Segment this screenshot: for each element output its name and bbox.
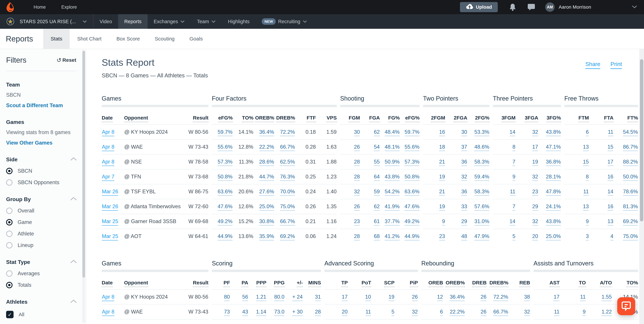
scout-different-team-link[interactable]: Scout a Different Team [6,102,76,108]
tab-shot-chart[interactable]: Shot Chart [70,29,109,49]
stat-link[interactable]: 62.5% [280,159,295,166]
column-header-ast[interactable]: AST [534,276,560,290]
stat-link[interactable]: 80 [224,294,230,301]
athletes-collapse-chevron-up-icon[interactable] [70,300,77,303]
stat-link[interactable]: 32 [532,129,538,136]
stat-link[interactable]: 78.6% [623,189,638,196]
stat-link[interactable]: 5 [392,309,394,316]
column-header-oreb[interactable]: OREB [421,276,443,290]
stat-link[interactable]: 54.5% [623,129,638,136]
stat-link[interactable]: 16 [439,129,445,136]
stat-link[interactable]: 19 [388,294,394,301]
stat-link[interactable]: 88.2% [623,159,638,166]
stat-link[interactable]: 23 [439,233,445,241]
stat-link[interactable]: 50.0% [623,174,638,181]
stat-link[interactable]: 36.4% [259,129,274,136]
nav-item-reports[interactable]: Reports [118,14,148,29]
sidebar-scrollbar[interactable] [82,50,85,323]
stat-link[interactable]: 8 [512,144,515,151]
stat-link[interactable]: 3 [586,233,589,241]
stat-link[interactable]: 43.8% [546,129,561,136]
stat-link[interactable]: 1.55 [602,294,612,301]
stat-link[interactable]: 24.1% [546,204,561,211]
stat-link[interactable]: 72.2% [280,129,295,136]
stat-link[interactable]: 37.7% [385,218,400,226]
nav-item-video[interactable]: Video [94,14,118,29]
column-header-result[interactable]: Result [180,276,208,290]
stat-link[interactable]: 1.14 [256,309,266,316]
stat-link[interactable]: + 24 [292,294,302,301]
stat-link[interactable]: 20 [532,233,538,241]
view-other-games-link[interactable]: View Other Games [6,140,76,146]
support-chat-button[interactable] [617,297,635,315]
stat-link[interactable]: 15 [608,144,613,151]
stat-link[interactable]: 9 [586,218,589,226]
stat-link[interactable]: 13 [583,144,589,151]
nav-item-recruiting[interactable]: NEWRecruiting [256,14,313,29]
column-header-pa[interactable]: PA [230,276,248,290]
stat-link[interactable]: 29 [532,204,538,211]
stat-link[interactable]: 54.2% [385,189,400,196]
stat-link[interactable]: 66.7% [280,218,295,226]
tab-goals[interactable]: Goals [182,29,210,49]
stat-link[interactable]: 49.2% [404,218,420,226]
nav-item-highlights[interactable]: Highlights [222,14,256,29]
column-header-2fg[interactable]: 2FG% [467,110,490,125]
column-header-fga[interactable]: FGA [360,110,380,125]
stat-link[interactable]: 23 [532,189,538,196]
stat-link[interactable]: 62 [374,129,380,136]
column-header-vps[interactable]: VPS [316,110,337,125]
stat-link[interactable]: 22.2% [259,144,274,151]
stat-link[interactable]: 5 [512,233,515,241]
stat-link[interactable]: 1.21 [256,294,266,301]
column-header-oreb[interactable]: OREB% [443,276,465,290]
stat-link[interactable]: 26 [354,204,360,211]
hudl-logo-icon[interactable] [5,2,15,12]
column-header-date[interactable]: Date [102,276,124,290]
stat-link[interactable]: 6 [440,309,443,316]
column-header-ftm[interactable]: FTM [564,110,589,125]
stat-link[interactable]: 29 [461,218,467,226]
stat-link[interactable]: 57.6% [474,204,489,211]
stat-link[interactable]: 19 [532,159,538,166]
date-link[interactable]: Mar 25 [102,233,118,241]
stat-link[interactable]: 6 [586,129,589,136]
stat-link[interactable]: 11 [554,309,560,316]
stat-link[interactable]: 47.1% [546,144,561,151]
stat-link[interactable]: 43 [242,309,248,316]
stat-link[interactable]: 66.7% [493,309,508,316]
stat-link[interactable]: 59.7% [404,129,420,136]
stat-link[interactable]: 55.6% [404,144,420,151]
stat-link[interactable]: 18 [439,144,445,151]
stat-link[interactable]: 43.8% [546,218,561,226]
stat-link[interactable]: 10 [365,294,371,301]
stat-link[interactable]: 11 [510,189,515,196]
date-link[interactable]: Mar 25 [102,218,118,226]
stat-link[interactable]: 12 [437,294,443,301]
stat-link[interactable]: 69.2% [280,233,295,241]
stat-link[interactable]: 75.0% [280,204,295,211]
stat-link[interactable]: 28 [354,233,360,241]
stat-link[interactable]: 32 [461,174,467,181]
stat-link[interactable]: 17 [608,159,613,166]
stat-link[interactable]: 75.0% [623,233,638,241]
sidebar-scrollbar-thumb[interactable] [82,51,85,278]
column-header-tp[interactable]: TP [324,276,348,290]
column-header-mins[interactable]: MINS [303,276,321,290]
column-header-a-to[interactable]: A/TO [586,276,612,290]
stat-link[interactable]: 81.3% [623,204,638,211]
stat-link[interactable]: 36 [461,159,467,166]
stat-link[interactable]: 50.9% [385,159,400,166]
radio-option-lineup[interactable]: Lineup [6,242,76,249]
stat-link[interactable]: 28 [315,309,321,316]
stat-link[interactable]: 37 [461,144,467,151]
stat-link[interactable]: 57.3% [218,159,232,166]
stat-link[interactable]: 50.8% [218,174,232,181]
stat-link[interactable]: 1.22 [602,309,612,316]
stat-link[interactable]: 55.6% [218,144,232,151]
stat-link[interactable]: 68 [374,233,380,241]
user-avatar[interactable]: AM [545,2,555,12]
stat-link[interactable]: 76.3% [280,174,295,181]
stat-link[interactable]: 7 [512,204,515,211]
messages-chat-icon[interactable] [528,3,535,11]
